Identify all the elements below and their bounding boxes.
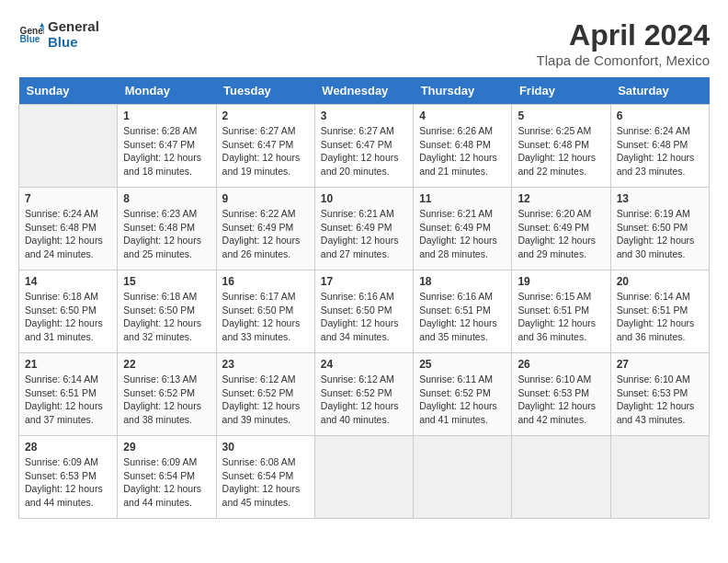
weekday-header-monday: Monday [118,77,216,105]
day-number: 24 [321,358,407,371]
day-number: 30 [222,441,309,454]
calendar-cell: 16 Sunrise: 6:17 AMSunset: 6:50 PMDaylig… [216,270,314,353]
day-info: Sunrise: 6:27 AMSunset: 6:47 PMDaylight:… [321,124,407,178]
calendar-cell [314,436,413,519]
day-number: 20 [617,275,703,288]
month-year-title: April 2024 [537,18,710,52]
logo: General Blue General Blue [18,18,99,50]
day-number: 22 [123,358,210,371]
day-number: 23 [222,358,309,371]
day-info: Sunrise: 6:18 AMSunset: 6:50 PMDaylight:… [25,290,111,344]
day-number: 28 [25,441,111,454]
calendar-cell: 2 Sunrise: 6:27 AMSunset: 6:47 PMDayligh… [216,105,314,188]
day-info: Sunrise: 6:09 AMSunset: 6:53 PMDaylight:… [25,455,111,510]
day-number: 18 [419,275,506,288]
day-info: Sunrise: 6:12 AMSunset: 6:52 PMDaylight:… [321,373,407,427]
day-info: Sunrise: 6:14 AMSunset: 6:51 PMDaylight:… [617,290,703,344]
calendar-cell [512,436,610,519]
calendar-cell: 26 Sunrise: 6:10 AMSunset: 6:53 PMDaylig… [512,353,610,436]
day-info: Sunrise: 6:12 AMSunset: 6:52 PMDaylight:… [222,373,309,427]
calendar-cell [19,105,118,188]
calendar-cell: 27 Sunrise: 6:10 AMSunset: 6:53 PMDaylig… [610,353,709,436]
day-info: Sunrise: 6:23 AMSunset: 6:48 PMDaylight:… [123,207,210,261]
day-number: 25 [419,358,506,371]
day-info: Sunrise: 6:17 AMSunset: 6:50 PMDaylight:… [222,290,309,344]
weekday-header-wednesday: Wednesday [314,77,413,105]
location-subtitle: Tlapa de Comonfort, Mexico [537,52,710,68]
weekday-header-saturday: Saturday [610,77,709,105]
day-number: 19 [518,275,604,288]
logo-text-blue: Blue [48,34,99,50]
weekday-header-thursday: Thursday [414,77,512,105]
calendar-cell: 5 Sunrise: 6:25 AMSunset: 6:48 PMDayligh… [512,105,610,188]
day-info: Sunrise: 6:22 AMSunset: 6:49 PMDaylight:… [222,207,309,261]
day-number: 12 [518,192,604,205]
day-number: 1 [123,109,210,122]
day-info: Sunrise: 6:21 AMSunset: 6:49 PMDaylight:… [321,207,407,261]
day-number: 15 [123,275,210,288]
day-info: Sunrise: 6:14 AMSunset: 6:51 PMDaylight:… [25,373,111,427]
day-number: 7 [25,192,111,205]
day-info: Sunrise: 6:08 AMSunset: 6:54 PMDaylight:… [222,455,309,510]
day-number: 14 [25,275,111,288]
day-info: Sunrise: 6:16 AMSunset: 6:50 PMDaylight:… [321,290,407,344]
title-area: April 2024 Tlapa de Comonfort, Mexico [537,18,710,68]
day-number: 3 [321,109,407,122]
weekday-header-sunday: Sunday [19,77,118,105]
day-info: Sunrise: 6:18 AMSunset: 6:50 PMDaylight:… [123,290,210,344]
calendar-cell: 11 Sunrise: 6:21 AMSunset: 6:49 PMDaylig… [414,188,512,270]
calendar-cell: 3 Sunrise: 6:27 AMSunset: 6:47 PMDayligh… [314,105,413,188]
day-number: 8 [123,192,210,205]
day-number: 5 [518,109,604,122]
day-number: 26 [518,358,604,371]
calendar-cell: 25 Sunrise: 6:11 AMSunset: 6:52 PMDaylig… [414,353,512,436]
day-number: 13 [617,192,703,205]
calendar-cell: 14 Sunrise: 6:18 AMSunset: 6:50 PMDaylig… [19,270,118,353]
day-number: 27 [617,358,703,371]
calendar-cell: 4 Sunrise: 6:26 AMSunset: 6:48 PMDayligh… [414,105,512,188]
calendar-week-3: 14 Sunrise: 6:18 AMSunset: 6:50 PMDaylig… [19,270,710,353]
calendar-cell: 8 Sunrise: 6:23 AMSunset: 6:48 PMDayligh… [118,188,216,270]
day-info: Sunrise: 6:21 AMSunset: 6:49 PMDaylight:… [419,207,506,261]
calendar-week-1: 1 Sunrise: 6:28 AMSunset: 6:47 PMDayligh… [19,105,710,188]
day-info: Sunrise: 6:25 AMSunset: 6:48 PMDaylight:… [518,124,604,178]
day-number: 11 [419,192,506,205]
calendar-cell: 12 Sunrise: 6:20 AMSunset: 6:49 PMDaylig… [512,188,610,270]
day-info: Sunrise: 6:10 AMSunset: 6:53 PMDaylight:… [518,373,604,427]
calendar-cell: 18 Sunrise: 6:16 AMSunset: 6:51 PMDaylig… [414,270,512,353]
calendar-cell: 10 Sunrise: 6:21 AMSunset: 6:49 PMDaylig… [314,188,413,270]
day-info: Sunrise: 6:10 AMSunset: 6:53 PMDaylight:… [617,373,703,427]
calendar-cell: 28 Sunrise: 6:09 AMSunset: 6:53 PMDaylig… [19,436,118,519]
day-info: Sunrise: 6:19 AMSunset: 6:50 PMDaylight:… [617,207,703,261]
calendar-cell: 6 Sunrise: 6:24 AMSunset: 6:48 PMDayligh… [610,105,709,188]
day-info: Sunrise: 6:09 AMSunset: 6:54 PMDaylight:… [123,455,210,510]
logo-text-general: General [48,18,99,34]
day-number: 16 [222,275,309,288]
calendar-cell: 17 Sunrise: 6:16 AMSunset: 6:50 PMDaylig… [314,270,413,353]
day-info: Sunrise: 6:24 AMSunset: 6:48 PMDaylight:… [617,124,703,178]
day-number: 21 [25,358,111,371]
calendar-cell: 15 Sunrise: 6:18 AMSunset: 6:50 PMDaylig… [118,270,216,353]
day-info: Sunrise: 6:26 AMSunset: 6:48 PMDaylight:… [419,124,506,178]
day-number: 6 [617,109,703,122]
calendar-cell: 20 Sunrise: 6:14 AMSunset: 6:51 PMDaylig… [610,270,709,353]
weekday-header-tuesday: Tuesday [216,77,314,105]
calendar-cell: 19 Sunrise: 6:15 AMSunset: 6:51 PMDaylig… [512,270,610,353]
calendar-cell: 9 Sunrise: 6:22 AMSunset: 6:49 PMDayligh… [216,188,314,270]
calendar-cell: 21 Sunrise: 6:14 AMSunset: 6:51 PMDaylig… [19,353,118,436]
day-info: Sunrise: 6:28 AMSunset: 6:47 PMDaylight:… [123,124,210,178]
day-number: 10 [321,192,407,205]
day-info: Sunrise: 6:13 AMSunset: 6:52 PMDaylight:… [123,373,210,427]
calendar-cell: 24 Sunrise: 6:12 AMSunset: 6:52 PMDaylig… [314,353,413,436]
day-number: 2 [222,109,309,122]
page-header: General Blue General Blue April 2024 Tla… [18,18,710,68]
day-info: Sunrise: 6:27 AMSunset: 6:47 PMDaylight:… [222,124,309,178]
calendar-table: SundayMondayTuesdayWednesdayThursdayFrid… [18,77,710,519]
calendar-cell [414,436,512,519]
calendar-cell: 1 Sunrise: 6:28 AMSunset: 6:47 PMDayligh… [118,105,216,188]
calendar-week-4: 21 Sunrise: 6:14 AMSunset: 6:51 PMDaylig… [19,353,710,436]
day-info: Sunrise: 6:15 AMSunset: 6:51 PMDaylight:… [518,290,604,344]
calendar-week-2: 7 Sunrise: 6:24 AMSunset: 6:48 PMDayligh… [19,188,710,270]
day-number: 17 [321,275,407,288]
day-info: Sunrise: 6:11 AMSunset: 6:52 PMDaylight:… [419,373,506,427]
